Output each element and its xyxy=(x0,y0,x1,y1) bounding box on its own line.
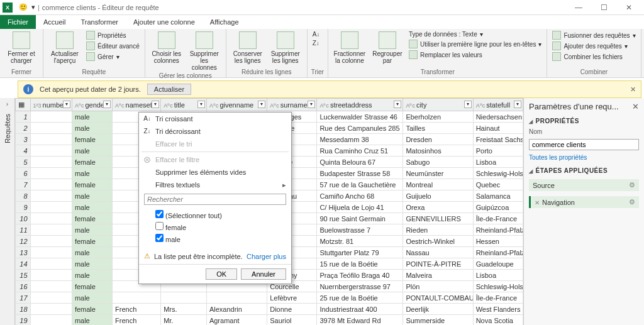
cell-gender[interactable]: male xyxy=(72,202,112,213)
data-type-button[interactable]: Type de données : Texte ▾ xyxy=(408,30,543,38)
cell-gender[interactable]: male xyxy=(72,315,112,326)
sort-asc-item[interactable]: A↓Tri croissant xyxy=(139,113,291,125)
delete-step-icon[interactable]: ✕ xyxy=(535,199,540,206)
col-header-number[interactable]: 1²3number▾ xyxy=(30,99,72,111)
sort-asc-button[interactable]: A↓ xyxy=(311,30,321,38)
select-all-corner[interactable]: ▦ xyxy=(16,99,31,111)
split-column-button[interactable]: Fractionner la colonne xyxy=(332,30,367,65)
cell-state[interactable]: West Flanders xyxy=(473,304,523,315)
cell-gender[interactable]: male xyxy=(72,247,112,258)
table-row[interactable]: 18femaleFrenchMrs.AlexandrinDionneIndust… xyxy=(16,304,523,315)
cell-gender[interactable]: male xyxy=(72,190,112,202)
cell-number[interactable] xyxy=(30,145,72,157)
table-row[interactable]: 17maleLefèbvre25 rue de la BoétiePONTAUL… xyxy=(16,292,523,304)
cell-state[interactable]: Rheinland-Pfalz xyxy=(473,224,523,236)
cell-state[interactable]: Guipúzcoa xyxy=(473,202,523,213)
cell-number[interactable] xyxy=(30,247,72,258)
refresh-preview-link[interactable]: Actualiser xyxy=(147,84,191,95)
cell-street[interactable]: Budapester Strasse 58 xyxy=(317,168,403,179)
cell-number[interactable] xyxy=(30,258,72,270)
cell-street[interactable]: Luckenwalder Strasse 46 xyxy=(317,111,403,123)
combine-files-button[interactable]: Combiner les fichiers xyxy=(551,52,636,62)
cell-state[interactable]: Quebec xyxy=(473,179,523,190)
tab-view[interactable]: Affichage xyxy=(203,15,247,29)
cell-state[interactable]: Rheinland-Pfalz xyxy=(473,247,523,258)
cell-gender[interactable]: female xyxy=(72,157,112,168)
properties-button[interactable]: Propriétés xyxy=(85,30,141,40)
cell-city[interactable]: Neumünster xyxy=(403,168,473,179)
table-row[interactable]: 19maleFrenchMr.AgramantSauriol3978 Mt Ed… xyxy=(16,315,523,326)
cell-city[interactable]: Dresden xyxy=(403,134,473,145)
cell-number[interactable] xyxy=(30,157,72,168)
step-source[interactable]: Source⚙ xyxy=(529,179,639,191)
cell-surname[interactable]: Dionne xyxy=(267,304,317,315)
cell-number[interactable] xyxy=(30,292,72,304)
cell-number[interactable] xyxy=(30,134,72,145)
cell-city[interactable]: Tailles xyxy=(403,123,473,134)
cell-nameset[interactable] xyxy=(113,292,161,304)
cell-state[interactable]: Schleswig-Holstein xyxy=(473,281,523,292)
close-warning-button[interactable]: ✕ xyxy=(630,85,636,94)
cell-city[interactable]: POINTE-À-PITRE xyxy=(403,258,473,270)
cell-number[interactable] xyxy=(30,111,72,123)
merge-queries-button[interactable]: Fusionner des requêtes ▾ xyxy=(551,30,636,40)
collapse-icon[interactable]: ◢ xyxy=(529,168,533,174)
cell-state[interactable]: Hessen xyxy=(473,236,523,247)
filter-dropdown-icon[interactable]: ▾ xyxy=(514,101,521,108)
cell-surname[interactable]: Sauriol xyxy=(267,315,317,326)
cell-number[interactable] xyxy=(30,281,72,292)
cell-number[interactable] xyxy=(30,224,72,236)
maximize-button[interactable]: ☐ xyxy=(591,3,616,12)
close-button[interactable]: ✕ xyxy=(616,3,641,12)
cell-city[interactable]: Nassau xyxy=(403,247,473,258)
gear-icon[interactable]: ⚙ xyxy=(629,181,635,189)
col-header-statefull[interactable]: Aᴮcstatefull▾ xyxy=(473,99,523,111)
cell-gender[interactable]: male xyxy=(72,292,112,304)
cell-city[interactable]: Rieden xyxy=(403,224,473,236)
cell-street[interactable]: Rua Caminho Cruz 51 xyxy=(317,145,403,157)
all-properties-link[interactable]: Toutes les propriétés xyxy=(529,154,639,161)
filter-dropdown-icon[interactable]: ▾ xyxy=(197,101,205,108)
cell-state[interactable]: Île-de-France xyxy=(473,292,523,304)
cell-number[interactable] xyxy=(30,168,72,179)
use-headers-button[interactable]: Utiliser la première ligne pour les en-t… xyxy=(408,39,543,49)
filter-dropdown-icon[interactable]: ▾ xyxy=(103,101,111,108)
cell-title[interactable]: Mr. xyxy=(161,315,207,326)
cell-street[interactable]: 90 rue Saint Germain xyxy=(317,213,403,224)
cell-number[interactable] xyxy=(30,315,72,326)
keep-rows-button[interactable]: Conserver les lignes xyxy=(230,30,265,65)
cell-state[interactable]: Hainaut xyxy=(473,123,523,134)
cell-street[interactable]: Nuernbergerstrasse 97 xyxy=(317,281,403,292)
tab-transform[interactable]: Transformer xyxy=(73,15,126,29)
cell-number[interactable] xyxy=(30,190,72,202)
filter-dropdown-icon[interactable]: ▾ xyxy=(152,101,159,108)
col-header-title[interactable]: Aᴮctitle▾ xyxy=(161,99,207,111)
cell-city[interactable]: Summerside xyxy=(403,315,473,326)
step-navigation[interactable]: ✕Navigation⚙ xyxy=(529,196,639,208)
filter-dropdown-icon[interactable]: ▾ xyxy=(394,101,401,108)
remove-columns-button[interactable]: Supprimer les colonnes xyxy=(187,30,222,72)
manage-button[interactable]: Gérer ▾ xyxy=(85,52,141,62)
cell-street[interactable]: C/ Hijuela de Lojo 41 xyxy=(317,202,403,213)
cell-street[interactable]: Buelowstrasse 7 xyxy=(317,224,403,236)
cell-street[interactable]: 57 rue de la Gauchetière xyxy=(317,179,403,190)
filter-check-female[interactable]: female xyxy=(155,221,286,233)
cell-city[interactable]: Guijuelo xyxy=(403,190,473,202)
cell-gender[interactable]: male xyxy=(72,270,112,281)
col-header-street[interactable]: Aᴮcstreetaddress▾ xyxy=(317,99,403,111)
close-load-button[interactable]: Fermer et charger xyxy=(4,30,39,65)
filter-dropdown-icon[interactable]: ▾ xyxy=(308,101,315,108)
cell-street[interactable]: Camiño Ancho 68 xyxy=(317,190,403,202)
cell-city[interactable]: Oestrich-Winkel xyxy=(403,236,473,247)
cell-surname[interactable]: Lefèbvre xyxy=(267,292,317,304)
cell-state[interactable]: Île-de-France xyxy=(473,213,523,224)
cell-state[interactable]: Salamanca xyxy=(473,190,523,202)
filter-search-input[interactable] xyxy=(144,194,286,205)
col-header-nameset[interactable]: Aᴮcnameset▾ xyxy=(113,99,161,111)
cell-city[interactable]: Montreal xyxy=(403,179,473,190)
group-by-button[interactable]: Regrouper par xyxy=(370,30,405,65)
cell-gender[interactable]: female xyxy=(72,236,112,247)
col-header-surname[interactable]: Aᴮcsurname▾ xyxy=(267,99,317,111)
cell-state[interactable]: Porto xyxy=(473,145,523,157)
cell-gender[interactable]: female xyxy=(72,179,112,190)
